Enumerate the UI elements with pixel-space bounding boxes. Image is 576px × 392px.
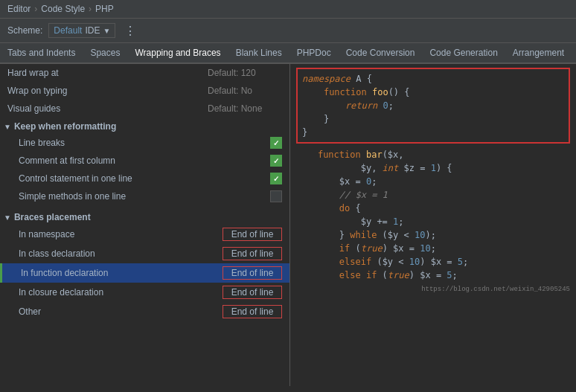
braces-placement-label: Braces placement [14,212,91,222]
main-content: Hard wrap at Default: 120 Wrap on typing… [0,64,576,386]
in-closure-decl-label: In closure declaration [19,287,223,298]
keep-reformatting-header[interactable]: ▼ Keep when reformatting [0,118,289,134]
braces-placement-arrow-icon: ▼ [4,213,11,222]
simple-methods-label: Simple methods in one line [19,191,270,202]
keep-reformatting-arrow-icon: ▼ [4,123,11,131]
comment-first-col-label: Comment at first column [19,155,270,166]
tab-arrangement[interactable]: Arrangement [505,43,572,64]
breadcrumb-sep2: › [89,4,92,14]
code-block-namespace: namespace A { function foo() { return 0;… [296,68,570,144]
scheme-name: Default [54,25,82,36]
hard-wrap-row: Hard wrap at Default: 120 [0,64,289,82]
in-func-decl-label: In function declaration [21,268,223,278]
breadcrumb-php: PHP [95,4,114,14]
left-panel: Hard wrap at Default: 120 Wrap on typing… [0,64,290,386]
tab-phpdoc[interactable]: PHPDoc [289,43,339,64]
visual-guides-label: Visual guides [7,103,208,114]
breadcrumb-editor: Editor [7,4,31,14]
comment-first-col-checkbox[interactable] [270,155,282,167]
in-closure-decl-row: In closure declaration End of line [0,283,289,302]
hard-wrap-label: Hard wrap at [7,68,208,78]
control-stmt-row: Control statement in one line [0,170,289,187]
in-namespace-value[interactable]: End of line [223,228,282,241]
wrap-typing-label: Wrap on typing [7,86,208,96]
tab-tabs-indents[interactable]: Tabs and Indents [0,43,83,64]
in-namespace-row: In namespace End of line [0,225,289,244]
control-stmt-label: Control statement in one line [19,173,270,184]
line-breaks-checkbox[interactable] [270,137,282,149]
breadcrumb-sep1: › [34,4,37,14]
braces-placement-header[interactable]: ▼ Braces placement [0,208,289,225]
in-namespace-label: In namespace [19,229,223,240]
code-preview: namespace A { function foo() { return 0;… [290,64,576,386]
in-func-decl-value[interactable]: End of line [223,266,282,280]
hard-wrap-value: Default: 120 [208,68,282,78]
scheme-row: Scheme: Default IDE ▼ ⋮ [0,19,576,43]
line-breaks-row: Line breaks [0,134,289,152]
tabs-row: Tabs and Indents Spaces Wrapping and Bra… [0,43,576,64]
other-value[interactable]: End of line [223,305,282,318]
in-class-decl-label: In class declaration [19,248,223,259]
tab-code-conversion[interactable]: Code Conversion [339,43,423,64]
line-breaks-label: Line breaks [19,138,270,148]
comment-first-col-row: Comment at first column [0,152,289,170]
simple-methods-checkbox[interactable] [270,190,282,202]
scheme-dropdown[interactable]: Default IDE ▼ [48,23,115,38]
simple-methods-row: Simple methods in one line [0,187,289,205]
in-func-decl-row[interactable]: In function declaration End of line [0,263,289,283]
tab-blank-lines[interactable]: Blank Lines [228,43,289,64]
wrap-typing-value: Default: No [208,86,282,96]
breadcrumb: Editor › Code Style › PHP [0,0,576,19]
visual-guides-value: Default: None [208,103,282,114]
scheme-label: Scheme: [7,25,42,36]
keep-reformatting-label: Keep when reformatting [14,121,116,132]
in-closure-decl-value[interactable]: End of line [223,286,282,299]
wrap-typing-row: Wrap on typing Default: No [0,82,289,100]
other-row: Other End of line [0,302,289,321]
scheme-more-icon[interactable]: ⋮ [124,24,136,38]
in-class-decl-row: In class declaration End of line [0,244,289,263]
dropdown-arrow-icon: ▼ [103,27,110,35]
in-class-decl-value[interactable]: End of line [223,247,282,260]
tab-wrapping-braces[interactable]: Wrapping and Braces [127,43,228,64]
scheme-type: IDE [85,25,100,36]
tab-code-generation[interactable]: Code Generation [422,43,505,64]
visual-guides-row: Visual guides Default: None [0,100,289,118]
tab-spaces[interactable]: Spaces [83,43,127,64]
control-stmt-checkbox[interactable] [270,173,282,184]
watermark: https://blog.csdn.net/weixin_42905245 [296,285,570,295]
other-label: Other [19,306,223,317]
code-rest: function bar($x, $y, int $z = 1) { $x = … [296,148,570,282]
breadcrumb-codestyle: Code Style [41,4,85,14]
